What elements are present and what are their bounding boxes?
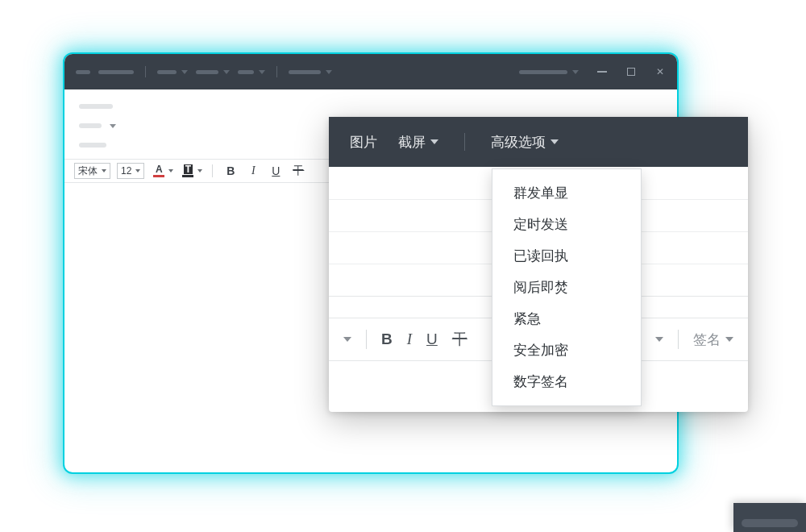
partial-panel-corner [733, 503, 806, 532]
screenshot-button[interactable]: 截屏 [398, 133, 438, 152]
insert-image-label: 图片 [350, 133, 377, 152]
underline-button[interactable]: U [268, 163, 284, 179]
menu-item-bcc-individual[interactable]: 群发单显 [492, 177, 641, 209]
chevron-down-icon[interactable] [655, 337, 663, 342]
titlebar [64, 54, 677, 89]
italic-button[interactable]: I [245, 163, 261, 179]
text-color-button[interactable]: A [151, 164, 173, 177]
titlebar-separator [145, 66, 146, 77]
titlebar-stub[interactable] [519, 70, 567, 74]
close-button[interactable] [654, 66, 666, 77]
chevron-down-icon [223, 70, 230, 74]
signature-label: 签名 [693, 330, 721, 349]
bold-button[interactable]: B [381, 330, 393, 348]
toolbar-separator [212, 164, 213, 177]
highlight-letter: T [184, 164, 193, 174]
overlay-separator [464, 133, 465, 151]
titlebar-stub[interactable] [289, 70, 321, 74]
chevron-down-icon [430, 139, 438, 144]
minimize-icon [597, 71, 607, 73]
chevron-down-icon [197, 169, 202, 172]
menu-item-secure-encrypt[interactable]: 安全加密 [492, 335, 641, 366]
overlay-header: 图片 截屏 高级选项 [329, 117, 748, 167]
chevron-down-icon [550, 139, 559, 144]
chevron-down-icon [102, 169, 106, 172]
font-family-select[interactable]: 宋体 [74, 163, 110, 179]
insert-image-button[interactable]: 图片 [350, 133, 377, 152]
chevron-down-icon [326, 70, 332, 74]
screenshot-label: 截屏 [398, 133, 426, 152]
minimize-button[interactable] [596, 66, 608, 77]
strikethrough-button[interactable]: 干 [452, 329, 467, 350]
underline-button[interactable]: U [426, 330, 438, 348]
signature-button[interactable]: 签名 [693, 330, 733, 349]
toolbar-separator [366, 330, 367, 349]
titlebar-stub[interactable] [238, 70, 254, 74]
toolbar-separator [678, 330, 679, 349]
field-stub[interactable] [79, 143, 106, 148]
text-color-swatch [153, 175, 164, 177]
chevron-down-icon[interactable] [110, 124, 116, 128]
chevron-down-icon [181, 70, 188, 74]
chevron-down-icon [168, 169, 173, 172]
titlebar-stub [76, 70, 90, 74]
font-family-value: 宋体 [78, 164, 98, 178]
field-stub[interactable] [79, 123, 102, 128]
menu-item-scheduled-send[interactable]: 定时发送 [492, 209, 641, 240]
italic-button[interactable]: I [407, 330, 412, 348]
chevron-down-icon [725, 337, 733, 342]
menu-item-urgent[interactable]: 紧急 [492, 303, 641, 335]
chevron-down-icon [259, 70, 265, 74]
advanced-options-menu: 群发单显 定时发送 已读回执 阅后即焚 紧急 安全加密 数字签名 [492, 168, 642, 406]
titlebar-stub[interactable] [157, 70, 177, 74]
strikethrough-button[interactable]: 干 [290, 163, 306, 179]
text-color-letter: A [156, 164, 163, 174]
advanced-options-button[interactable]: 高级选项 [491, 133, 559, 152]
maximize-button[interactable] [625, 66, 637, 77]
titlebar-stub [98, 70, 134, 74]
highlight-swatch [182, 175, 193, 177]
bold-button[interactable]: B [222, 163, 239, 179]
field-stub[interactable] [79, 104, 113, 109]
font-size-value: 12 [121, 165, 131, 177]
menu-item-read-receipt[interactable]: 已读回执 [492, 240, 641, 272]
maximize-icon [627, 68, 635, 76]
titlebar-separator [276, 66, 277, 77]
chevron-down-icon [135, 169, 140, 172]
font-size-select[interactable]: 12 [117, 163, 144, 179]
titlebar-stub[interactable] [196, 70, 218, 74]
menu-item-burn-after-read[interactable]: 阅后即焚 [492, 272, 641, 303]
menu-item-digital-signature[interactable]: 数字签名 [492, 366, 641, 397]
highlight-color-button[interactable]: T [180, 164, 202, 177]
chevron-down-icon [572, 70, 579, 74]
advanced-options-label: 高级选项 [491, 133, 546, 152]
chevron-down-icon[interactable] [343, 337, 351, 342]
